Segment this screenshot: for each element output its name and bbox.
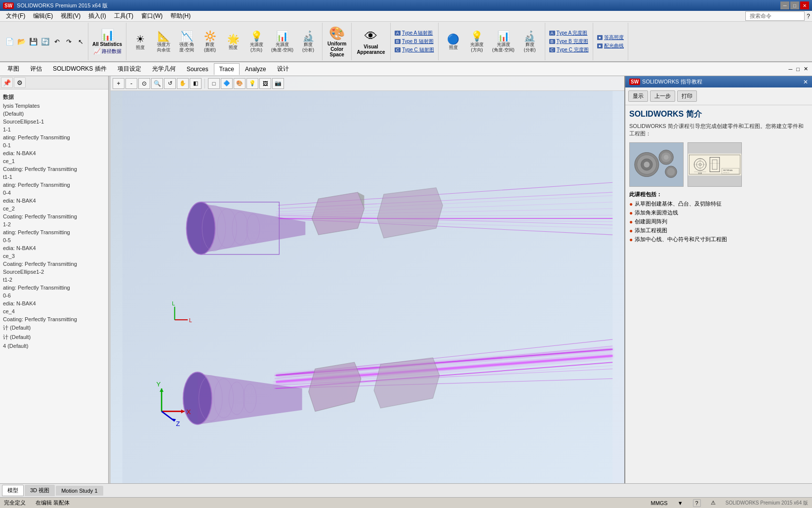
type-b-radiation-btn[interactable]: B Type B 辐射图 — [395, 38, 434, 45]
list-item-22[interactable]: SourceEllipse1-2 — [1, 268, 107, 276]
tab-trace[interactable]: Trace — [214, 63, 240, 75]
cursor-button[interactable]: ↖ — [75, 36, 86, 47]
search-input-area[interactable]: 搜索命令 — [745, 11, 805, 21]
list-item-1[interactable]: lysis Templates — [1, 102, 107, 110]
render-btn[interactable]: 🔵 照度 — [443, 32, 464, 52]
pin-button[interactable]: 📌 — [1, 77, 13, 88]
panel-restore-icon[interactable]: □ — [794, 65, 802, 73]
list-item-9[interactable]: Coating: Perfectly Transmitting — [1, 165, 107, 173]
list-item-13[interactable]: edia: N-BAK4 — [1, 197, 107, 205]
zoom-in-btn[interactable]: + — [113, 78, 124, 89]
list-item-3[interactable]: SourceEllipse1-1 — [1, 118, 107, 126]
intensity-angle2-btn[interactable]: 📉 强度-角度-空间 — [176, 29, 198, 54]
type-a-complete-btn[interactable]: A Type A 完度图 — [549, 30, 589, 37]
all-statistics-label[interactable]: All Statistics — [92, 42, 122, 47]
image-quality-btn[interactable]: 📷 — [272, 78, 284, 89]
help-icon[interactable]: ? — [807, 13, 810, 20]
list-item-26[interactable]: edia: N-BAK4 — [1, 299, 107, 307]
redo-button[interactable]: ↷ — [63, 36, 74, 47]
menu-window[interactable]: 窗口(W) — [137, 11, 166, 21]
zoom-fit-btn[interactable]: ⊙ — [138, 78, 150, 89]
color-btn[interactable]: 🎨 — [234, 78, 245, 89]
pan-btn[interactable]: ✋ — [177, 78, 189, 89]
tab-model[interactable]: 模型 — [2, 485, 24, 496]
tutorial-print-btn[interactable]: 打印 — [677, 90, 697, 102]
list-item-29[interactable]: 计 (Default) — [1, 323, 107, 333]
close-button[interactable]: ✕ — [800, 1, 809, 9]
main-viewport[interactable]: + - ⊙ 🔍 ↺ ✋ ◧ □ 🔷 🎨 💡 🖼 📷 — [111, 76, 624, 483]
scene-btn[interactable]: 🖼 — [259, 78, 271, 89]
panel-minimize-icon[interactable]: ─ — [787, 65, 795, 73]
list-item-5[interactable]: ating: Perfectly Transmitting — [1, 133, 107, 141]
undo-button[interactable]: ↶ — [51, 36, 62, 47]
isoline-btn[interactable]: ● 等高照度 — [597, 34, 624, 41]
chrominance-btn[interactable]: 🔬 辉度(分析) — [297, 29, 319, 54]
menu-tools[interactable]: 工具(T) — [110, 11, 137, 21]
tab-analyze[interactable]: Analyze — [240, 63, 272, 75]
list-item-14[interactable]: ce_2 — [1, 205, 107, 212]
luminance-angle-btn[interactable]: 📊 光源度(角度-空间) — [269, 29, 296, 54]
list-item-19[interactable]: edia: N-BAK4 — [1, 244, 107, 252]
list-item-8[interactable]: ce_1 — [1, 157, 107, 165]
tutorial-close-btn[interactable]: ✕ — [803, 79, 808, 85]
list-item-2[interactable]: (Default) — [1, 110, 107, 118]
menu-file[interactable]: 文件(F) — [2, 11, 29, 21]
tab-evaluate[interactable]: 评估 — [25, 62, 47, 76]
list-item-4[interactable]: 1-1 — [1, 126, 107, 133]
angle-space-btn[interactable]: 📊 光源度(角度-空间) — [490, 29, 517, 54]
type-c-radiation-btn[interactable]: C Type C 辐射图 — [395, 46, 434, 53]
menu-help[interactable]: 帮助(H) — [166, 11, 195, 21]
list-item-11[interactable]: ating: Perfectly Transmitting — [1, 181, 107, 189]
path-data-label[interactable]: 📈 路径数据 — [93, 48, 122, 55]
type-b-complete-btn[interactable]: B Type B 完度图 — [549, 38, 589, 45]
list-item-17[interactable]: ating: Perfectly Transmitting — [1, 228, 107, 236]
tab-3d-view[interactable]: 3D 视图 — [25, 485, 55, 496]
intensity-angle-btn[interactable]: 📐 强度方向余弦 — [153, 29, 174, 54]
zoom-area-btn[interactable]: 🔍 — [151, 78, 163, 89]
lighting-btn[interactable]: 💡 — [246, 78, 258, 89]
list-item-25[interactable]: 0-6 — [1, 292, 107, 299]
save-button[interactable]: 💾 — [28, 36, 39, 47]
list-item-10[interactable]: t1-1 — [1, 173, 107, 181]
visual-appearance-label[interactable]: VisualAppearance — [357, 44, 385, 55]
uniform-color-space-label[interactable]: UniformColorSpace — [327, 41, 346, 57]
menu-view[interactable]: 视图(V) — [57, 11, 84, 21]
tutorial-back-btn[interactable]: 上一步 — [650, 90, 675, 102]
light-dist-btn[interactable]: ● 配光曲线 — [597, 42, 624, 49]
tab-sketch[interactable]: 草图 — [2, 62, 25, 76]
menu-edit[interactable]: 编辑(E) — [29, 11, 57, 21]
zoom-out-btn[interactable]: - — [125, 78, 137, 89]
type-c-complete-btn[interactable]: C Type C 完度图 — [549, 46, 589, 53]
list-item-0[interactable]: 数据 — [1, 92, 107, 102]
analysis-btn[interactable]: 🔬 辉度(分析) — [519, 29, 541, 54]
luminous-btn[interactable]: 💡 光源度(方向) — [245, 29, 267, 54]
tab-optics[interactable]: 光学几何 — [147, 62, 181, 76]
list-item-28[interactable]: Coating: Perfectly Transmitting — [1, 315, 107, 323]
list-item-16[interactable]: 1-2 — [1, 220, 107, 228]
luminance-btn[interactable]: 🔆 辉度(面积) — [199, 29, 221, 54]
rotate-btn[interactable]: ↺ — [164, 78, 176, 89]
display-style-btn[interactable]: □ — [208, 78, 220, 89]
tab-motion-study[interactable]: Motion Study 1 — [56, 486, 103, 496]
open-button[interactable]: 📂 — [16, 36, 27, 47]
list-item-21[interactable]: Coating: Perfectly Transmitting — [1, 260, 107, 268]
list-item-31[interactable]: 4 (Default) — [1, 342, 107, 350]
restore-button[interactable]: □ — [790, 1, 799, 9]
tab-project-settings[interactable]: 项目设定 — [112, 62, 147, 76]
list-item-20[interactable]: ce_3 — [1, 252, 107, 260]
list-item-12[interactable]: 0-4 — [1, 189, 107, 197]
tab-sources[interactable]: Sources — [181, 63, 214, 75]
tab-plugins[interactable]: SOLIDWORKS 插件 — [47, 62, 112, 76]
list-item-30[interactable]: 计 (Default) — [1, 333, 107, 342]
list-item-15[interactable]: Coating: Perfectly Transmitting — [1, 212, 107, 220]
irradiance-btn[interactable]: 🌟 照度 — [222, 32, 244, 52]
minimize-button[interactable]: ─ — [780, 1, 789, 9]
menu-insert[interactable]: 插入(I) — [84, 11, 110, 21]
list-item-18[interactable]: 0-5 — [1, 236, 107, 244]
list-item-6[interactable]: 0-1 — [1, 141, 107, 149]
list-item-24[interactable]: ating: Perfectly Transmitting — [1, 284, 107, 292]
rebuild-button[interactable]: 🔄 — [40, 36, 50, 47]
type-a-radiation-btn[interactable]: A Type A 辐射图 — [395, 30, 434, 37]
tutorial-display-btn[interactable]: 显示 — [628, 90, 648, 102]
list-item-27[interactable]: ce_4 — [1, 307, 107, 315]
